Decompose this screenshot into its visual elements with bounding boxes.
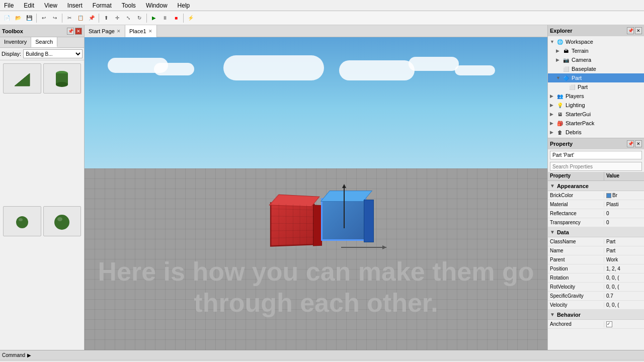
tb-copy[interactable]: 📋: [75, 13, 86, 23]
property-close-btn[interactable]: ✕: [635, 140, 642, 147]
brickcolor-swatch: [606, 193, 611, 198]
tree-startergui[interactable]: ▶ 🖥 StarterGui: [548, 110, 644, 119]
position-value[interactable]: 1, 2, 4: [604, 266, 644, 272]
section-appearance[interactable]: ▼ Appearance: [548, 181, 644, 191]
tab-start-page[interactable]: Start Page ✕: [85, 25, 125, 37]
wedge-shape: [12, 68, 32, 88]
specificgravity-value[interactable]: 0.7: [604, 293, 644, 299]
expand-startergui[interactable]: ▶: [550, 112, 556, 117]
tab-place1-close[interactable]: ✕: [148, 29, 152, 34]
tree-part-child[interactable]: ⬜ Part: [548, 82, 644, 92]
gizmo-y-tip: [342, 184, 346, 188]
prop-parent: Parent Work: [548, 255, 644, 264]
tab-place1[interactable]: Place1 ✕: [125, 25, 157, 37]
tree-camera[interactable]: ▶ 📷 Camera: [548, 55, 644, 64]
tool-sphere-small[interactable]: [3, 206, 41, 236]
brickcolor-value[interactable]: Br: [604, 193, 644, 198]
menu-view[interactable]: View: [42, 1, 59, 10]
classname-value[interactable]: Part: [604, 239, 644, 244]
tb-move[interactable]: ✛: [112, 13, 122, 23]
tool-wedge[interactable]: [3, 63, 41, 94]
menu-window[interactable]: Window: [144, 1, 170, 10]
menu-file[interactable]: File: [2, 1, 16, 10]
section-appearance-label: Appearance: [557, 183, 589, 189]
display-label: Display:: [2, 51, 21, 57]
terrain-icon: 🏔: [562, 47, 570, 55]
tb-undo[interactable]: ↩: [39, 13, 49, 23]
tb-select[interactable]: ⬆: [101, 13, 111, 23]
menu-help[interactable]: Help: [176, 1, 192, 10]
section-data[interactable]: ▼ Data: [548, 227, 644, 237]
toolbox-close-button[interactable]: ✕: [75, 28, 82, 35]
section-behavior[interactable]: ▼ Behavior: [548, 310, 644, 320]
prop-rotation: Rotation 0, 0, (: [548, 274, 644, 283]
viewport-area: Start Page ✕ Place1 ✕: [85, 25, 547, 350]
expand-starterpack[interactable]: ▶: [550, 121, 556, 126]
tree-debris[interactable]: ▶ 🗑 Debris: [548, 128, 644, 137]
rotvelocity-name: RotVelocity: [548, 284, 604, 290]
menu-format[interactable]: Format: [91, 1, 114, 10]
lighting-label: Lighting: [566, 102, 585, 108]
baseplate-icon: ⬜: [562, 65, 570, 73]
tb-open[interactable]: 📂: [13, 13, 23, 23]
tb-pause[interactable]: ⏸: [160, 13, 170, 23]
cloud-4: [339, 60, 415, 80]
material-value[interactable]: Plasti: [604, 202, 644, 207]
expand-debris[interactable]: ▶: [550, 130, 556, 135]
debris-icon: 🗑: [556, 128, 564, 136]
tb-stop[interactable]: ■: [171, 13, 181, 23]
rotation-value[interactable]: 0, 0, (: [604, 275, 644, 281]
debris-label: Debris: [566, 129, 582, 135]
tree-workspace[interactable]: ▼ 🌐 Workspace: [548, 37, 644, 46]
tb-run[interactable]: ⚡: [186, 13, 196, 23]
expand-lighting[interactable]: ▶: [550, 103, 556, 108]
expand-players[interactable]: ▶: [550, 94, 556, 99]
name-prop-value[interactable]: Part: [604, 248, 644, 253]
tab-bar: Start Page ✕ Place1 ✕: [85, 25, 547, 37]
tab-search[interactable]: Search: [31, 37, 57, 47]
expand-workspace[interactable]: ▼: [550, 39, 556, 44]
tb-new[interactable]: 📄: [2, 13, 12, 23]
tree-lighting[interactable]: ▶ 💡 Lighting: [548, 101, 644, 110]
expand-terrain[interactable]: ▶: [556, 48, 562, 53]
tree-starterpack[interactable]: ▶ 🎒 StarterPack: [548, 119, 644, 128]
property-search-input[interactable]: [550, 162, 642, 171]
tb-rotate[interactable]: ↻: [134, 13, 144, 23]
tree-baseplate[interactable]: ⬜ Baseplate: [548, 64, 644, 73]
tool-cylinder[interactable]: [43, 63, 82, 94]
reflectance-value[interactable]: 0: [604, 211, 644, 216]
velocity-value[interactable]: 0, 0, (: [604, 302, 644, 308]
tab-start-close[interactable]: ✕: [117, 29, 121, 34]
property-pin-btn[interactable]: 📌: [627, 140, 634, 147]
expand-part[interactable]: ▼: [556, 75, 562, 80]
viewport[interactable]: Here is how you can make them go through…: [85, 37, 547, 350]
tree-terrain[interactable]: ▶ 🏔 Terrain: [548, 46, 644, 55]
explorer-close-btn[interactable]: ✕: [635, 27, 642, 34]
tb-save[interactable]: 💾: [24, 13, 34, 23]
parent-value[interactable]: Work: [604, 257, 644, 262]
expand-camera[interactable]: ▶: [556, 57, 562, 62]
display-select[interactable]: Building B...: [23, 49, 83, 58]
menu-edit[interactable]: Edit: [22, 1, 36, 10]
transparency-value[interactable]: 0: [604, 220, 644, 225]
svg-marker-0: [15, 73, 30, 86]
menu-tools[interactable]: Tools: [120, 1, 138, 10]
tab-inventory[interactable]: Inventory: [0, 37, 31, 47]
explorer-pin-btn[interactable]: 📌: [627, 27, 634, 34]
menu-insert[interactable]: Insert: [65, 1, 85, 10]
tb-redo[interactable]: ↪: [50, 13, 60, 23]
command-input-field[interactable]: [33, 352, 642, 358]
tb-paste[interactable]: 📌: [87, 13, 97, 23]
tb-play[interactable]: ▶: [149, 13, 159, 23]
tb-cut[interactable]: ✂: [64, 13, 74, 23]
anchored-value[interactable]: [604, 321, 644, 327]
tree-players[interactable]: ▶ 👥 Players: [548, 92, 644, 101]
command-arrow[interactable]: ▶: [27, 352, 31, 358]
rotvelocity-value[interactable]: 0, 0, (: [604, 284, 644, 290]
tree-part-selected[interactable]: ▼ 🔷 Part: [548, 73, 644, 82]
anchored-checkbox[interactable]: [606, 321, 612, 327]
toolbox-pin[interactable]: 📌: [67, 28, 74, 35]
tool-sphere-large[interactable]: [43, 206, 82, 236]
camera-label: Camera: [572, 57, 591, 63]
tb-scale[interactable]: ⤡: [123, 13, 133, 23]
